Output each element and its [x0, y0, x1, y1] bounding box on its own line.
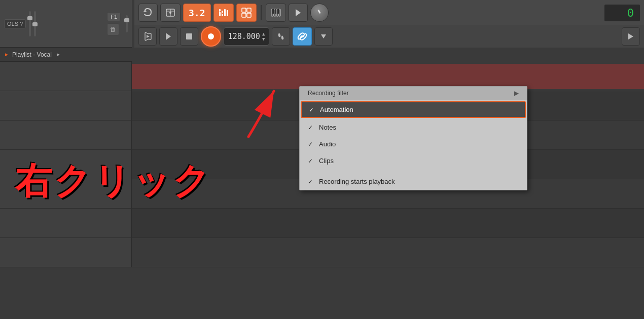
- track-label-3: [0, 121, 132, 149]
- svg-rect-24: [186, 33, 192, 39]
- stop-icon: [186, 33, 193, 40]
- metronome-btn[interactable]: [160, 4, 181, 22]
- svg-rect-11: [242, 8, 246, 12]
- volume-slider[interactable]: [29, 6, 31, 42]
- track-content-6: [132, 209, 644, 237]
- check-notes: ✓: [308, 124, 315, 131]
- menu-separator: [300, 169, 527, 173]
- mixer-btn[interactable]: [213, 4, 234, 22]
- check-recording-playback: ✓: [308, 178, 315, 185]
- svg-point-25: [208, 33, 214, 39]
- toolbar-bottom: 128.000 ▲ ▼: [134, 25, 644, 48]
- tempo-down-btn[interactable]: ▼: [262, 36, 265, 42]
- menu-item-notes-label: Notes: [319, 124, 336, 131]
- svg-marker-23: [166, 33, 171, 40]
- next-btn[interactable]: [289, 4, 308, 22]
- svg-point-3: [169, 12, 171, 14]
- track-content-7: [132, 238, 644, 267]
- check-audio: ✓: [308, 141, 315, 148]
- stop-btn[interactable]: [180, 27, 198, 46]
- slider-thumb-2[interactable]: [32, 22, 38, 26]
- track-label-7: [0, 238, 132, 267]
- dropdown-icon: [320, 34, 327, 39]
- play-btn[interactable]: [159, 27, 177, 46]
- record-btn[interactable]: [201, 26, 221, 47]
- svg-rect-20: [275, 9, 276, 14]
- svg-rect-13: [242, 13, 246, 17]
- menu-item-audio-label: Audio: [319, 140, 336, 148]
- track-label-5: [0, 179, 132, 208]
- undo-icon-btn[interactable]: [138, 4, 158, 22]
- slider-track-2: [34, 11, 36, 36]
- dropdown-btn[interactable]: [314, 27, 333, 46]
- link-btn[interactable]: [293, 27, 312, 46]
- menu-item-automation-label: Automation: [320, 106, 353, 113]
- mini-slider-thumb[interactable]: [124, 18, 129, 22]
- playlist-header: ► Playlist - Vocal ►: [0, 48, 132, 62]
- piano-roll-btn[interactable]: [266, 4, 286, 22]
- track-label-1: [0, 62, 132, 91]
- tempo-up-btn[interactable]: ▲: [262, 31, 265, 36]
- svg-marker-26: [321, 34, 326, 38]
- f1-button[interactable]: F1: [107, 12, 121, 21]
- playlist-arrow-icon: ►: [4, 52, 9, 57]
- playlist-title: Playlist - Vocal: [12, 51, 52, 58]
- menu-item-clips[interactable]: ✓ Clips: [300, 152, 527, 169]
- menu-item-recording-playback[interactable]: ✓ Recording starts playback: [300, 173, 527, 190]
- step-btn[interactable]: [272, 27, 290, 46]
- svg-rect-12: [247, 8, 251, 12]
- track-label-6: [0, 209, 132, 237]
- position-counter: 0: [604, 5, 640, 21]
- menu-item-notes[interactable]: ✓ Notes: [300, 119, 527, 136]
- track-label-2: [0, 91, 132, 120]
- check-clips: ✓: [308, 157, 315, 165]
- track-block-1: [132, 64, 644, 89]
- svg-rect-7: [224, 9, 226, 16]
- svg-rect-8: [227, 10, 228, 16]
- link-icon: [297, 31, 307, 42]
- pan-slider[interactable]: [34, 6, 36, 42]
- check-automation: ✓: [309, 106, 316, 113]
- mini-slider[interactable]: [126, 6, 128, 42]
- mini-slider-track: [126, 15, 128, 32]
- table-row: [0, 209, 644, 238]
- context-menu-header: Recording filter ▶: [300, 87, 527, 100]
- toolbar-top: 3.2: [134, 0, 644, 25]
- playlist-play-icon: [627, 33, 634, 40]
- menu-item-recording-playback-label: Recording starts playback: [319, 178, 395, 185]
- master-knob[interactable]: [310, 4, 329, 22]
- context-menu: Recording filter ▶ ✓ Automation ✓ Notes …: [299, 86, 527, 190]
- trash-icon[interactable]: 🗑: [107, 23, 119, 35]
- undo-icon: [143, 8, 153, 18]
- playlist-play-area: [622, 27, 640, 46]
- mixer-icon: [218, 7, 229, 18]
- menu-item-automation[interactable]: ✓ Automation: [301, 101, 526, 118]
- pattern-btn[interactable]: [236, 4, 257, 22]
- playlist-play-btn[interactable]: [622, 27, 640, 46]
- context-menu-arrow-icon: ▶: [514, 90, 519, 97]
- svg-rect-21: [277, 9, 279, 14]
- svg-rect-19: [272, 9, 274, 14]
- tempo-display[interactable]: 128.000 ▲ ▼: [224, 27, 269, 46]
- svg-rect-5: [219, 9, 221, 16]
- tempo-value: 128.000: [228, 32, 260, 41]
- rewind-btn[interactable]: [138, 27, 157, 46]
- metronome-icon: [165, 7, 176, 18]
- playlist-expand-icon[interactable]: ►: [56, 52, 61, 57]
- svg-rect-14: [247, 13, 251, 17]
- bar-position-display[interactable]: 3.2: [183, 4, 211, 22]
- pattern-icon: [241, 7, 252, 18]
- rewind-icon: [142, 31, 153, 42]
- right-arrow-icon: [294, 8, 303, 17]
- slider-thumb-1[interactable]: [27, 16, 32, 20]
- svg-marker-22: [296, 9, 301, 16]
- track-label-4: [0, 150, 132, 179]
- slider-track-1: [29, 11, 31, 36]
- tools-label[interactable]: OLS ?: [4, 19, 26, 28]
- svg-marker-0: [144, 10, 147, 12]
- menu-item-audio[interactable]: ✓ Audio: [300, 136, 527, 152]
- piano-roll-icon: [270, 7, 281, 18]
- left-top-section: OLS ? F1 🗑: [0, 0, 132, 48]
- svg-marker-27: [628, 33, 633, 39]
- step-icon: [276, 31, 286, 42]
